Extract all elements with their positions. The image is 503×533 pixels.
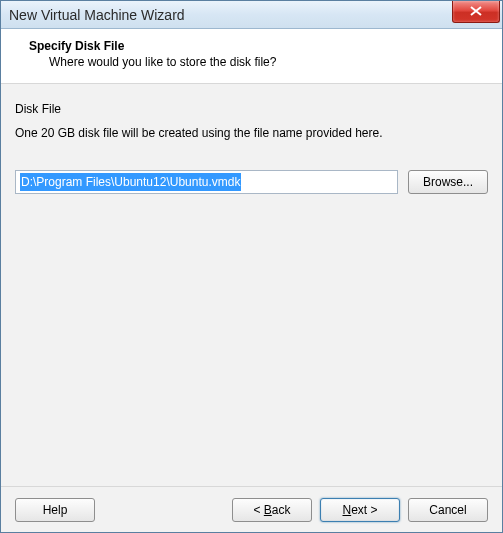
disk-file-description: One 20 GB disk file will be created usin…: [15, 126, 488, 140]
cancel-button[interactable]: Cancel: [408, 498, 488, 522]
path-row: D:\Program Files\Ubuntu12\Ubuntu.vmdk Br…: [15, 170, 488, 194]
disk-path-value: D:\Program Files\Ubuntu12\Ubuntu.vmdk: [20, 173, 241, 191]
close-button[interactable]: [452, 1, 500, 23]
page-title: Specify Disk File: [29, 39, 484, 53]
titlebar: New Virtual Machine Wizard: [1, 1, 502, 29]
disk-path-input[interactable]: D:\Program Files\Ubuntu12\Ubuntu.vmdk: [15, 170, 398, 194]
help-button[interactable]: Help: [15, 498, 95, 522]
wizard-body: Disk File One 20 GB disk file will be cr…: [1, 84, 502, 486]
wizard-header: Specify Disk File Where would you like t…: [1, 29, 502, 84]
disk-file-label: Disk File: [15, 102, 488, 116]
close-icon: [470, 6, 482, 16]
wizard-window: New Virtual Machine Wizard Specify Disk …: [0, 0, 503, 533]
back-button[interactable]: < Back: [232, 498, 312, 522]
window-title: New Virtual Machine Wizard: [9, 7, 185, 23]
browse-button[interactable]: Browse...: [408, 170, 488, 194]
page-subtitle: Where would you like to store the disk f…: [29, 55, 484, 69]
button-bar: Help < Back Next > Cancel: [1, 486, 502, 532]
next-button[interactable]: Next >: [320, 498, 400, 522]
